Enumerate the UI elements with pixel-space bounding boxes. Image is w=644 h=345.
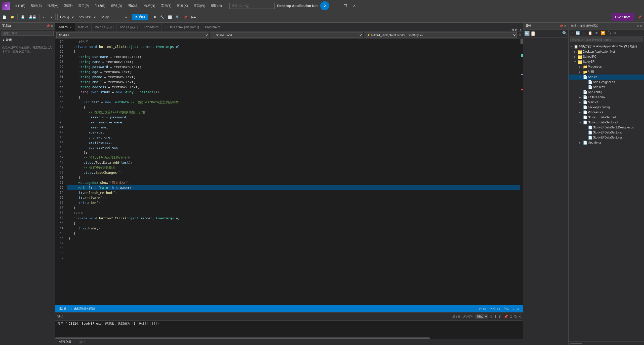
se-hscroll[interactable] — [569, 341, 644, 345]
se-filter-btn[interactable]: 🔽 — [600, 30, 606, 36]
menu-git[interactable]: Git(G) — [61, 3, 75, 9]
start-button[interactable]: ▶ 启动 — [132, 14, 148, 20]
zoom-level[interactable]: 53 % — [57, 307, 68, 311]
se-item-adddesigner[interactable]: 📄 Add.Designer.cs — [569, 80, 644, 85]
vertical-scrollbar[interactable] — [520, 39, 523, 305]
tab-scroll-left[interactable]: ◀ — [511, 27, 514, 31]
se-item-dataset1-xsd[interactable]: ▼ 📄 StudyEFDataSet1.xsd — [569, 120, 644, 125]
menu-extensions[interactable]: 扩展(X) — [174, 3, 190, 9]
se-pin-icon[interactable]: ─ — [634, 24, 636, 28]
se-item-updatecs[interactable]: ▶ 📄 Update.cs — [569, 140, 644, 145]
se-item-packagesconfig[interactable]: 📄 packages.config — [569, 105, 644, 110]
save-btn[interactable]: 💾 — [19, 15, 26, 20]
tab-program[interactable]: Program.cs — [202, 23, 224, 31]
space-label[interactable]: 空格 — [502, 307, 510, 311]
output-float[interactable]: ⧉ — [514, 314, 517, 319]
menu-file[interactable]: 文件(F) — [12, 3, 28, 9]
toolbar-pin[interactable]: 📌 — [636, 15, 643, 20]
tab-add-cs[interactable]: Add.cs ✕ — [55, 23, 75, 31]
issues-status[interactable]: ✓ 未找到相关问题 — [68, 307, 97, 311]
scrollbar-thumb[interactable] — [520, 39, 523, 44]
toolbox-search-input[interactable] — [2, 31, 54, 36]
se-props-btn[interactable]: 📋 — [587, 30, 593, 36]
class-dropdown[interactable]: ✦ StudyEF.Add — [210, 32, 363, 38]
properties-pin-icon[interactable]: 📌 — [559, 24, 563, 28]
code-content[interactable]: 1个引用 private void button1_Click(object s… — [65, 39, 520, 305]
properties-search-icon[interactable]: 🔍 — [562, 31, 567, 36]
close-button[interactable]: ✕ — [350, 1, 359, 10]
tab-close-add-cs[interactable]: ✕ — [70, 26, 72, 29]
se-close-icon[interactable]: ✕ — [640, 24, 642, 28]
toolbox-close-icon[interactable]: ✕ — [51, 24, 53, 28]
menu-view[interactable]: 视图(V) — [45, 3, 61, 9]
se-float-icon[interactable]: ⧉ — [637, 24, 639, 28]
new-project-btn[interactable]: 📄 — [1, 15, 8, 20]
output-close[interactable]: ✕ — [518, 315, 521, 319]
se-sync-btn[interactable]: ↕ — [570, 30, 574, 36]
minimize-button[interactable]: ─ — [332, 1, 341, 10]
undo-btn[interactable]: ↩ — [42, 15, 47, 20]
se-item-maincs[interactable]: ▶ 📄 Main.cs — [569, 100, 644, 105]
tab-frmadd[interactable]: FrmAdd.cs — [141, 23, 162, 31]
namespace-dropdown[interactable]: StudyEF — [56, 32, 209, 38]
properties-sort-cat[interactable]: 🔤 — [524, 31, 530, 36]
live-share-button[interactable]: Live Share — [612, 13, 634, 21]
se-item-addcs[interactable]: ▼ 📄 Add.cs — [569, 75, 644, 80]
properties-sort-alpha[interactable]: 📋 — [530, 31, 536, 36]
se-code-btn[interactable]: { } — [607, 30, 612, 36]
se-project-school[interactable]: ▶ 🗂️ SchoolPC — [569, 54, 644, 59]
menu-edit[interactable]: 编辑(E) — [28, 3, 44, 9]
toolbar-misc2[interactable]: 🔧 — [159, 15, 166, 20]
output-settings[interactable]: ⚙ — [509, 315, 513, 319]
se-item-programcs[interactable]: ▶ 📄 Program.cs — [569, 110, 644, 115]
menu-build[interactable]: 生成(B) — [92, 3, 108, 9]
output-scroll-up[interactable]: ⬆ — [490, 315, 493, 319]
se-search-input[interactable] — [570, 38, 642, 42]
se-collapse-btn[interactable]: ⊟ — [581, 30, 586, 36]
tab-dropdown-icon[interactable]: ▼ — [519, 27, 522, 31]
output-tab-output[interactable]: 输出 — [77, 339, 88, 345]
se-preview-btn[interactable]: 👁 — [594, 30, 599, 36]
se-item-dataset1-designer[interactable]: 📄 StudyEFDataSet1.Designer.cs — [569, 125, 644, 130]
se-item-dataset1-xsc[interactable]: 📄 StudyEFDataSet1.xsc — [569, 130, 644, 135]
output-source-dropdown[interactable]: 调试 — [475, 314, 488, 319]
output-hscroll[interactable] — [55, 337, 523, 339]
se-project-studyef[interactable]: ▼ 🗂️ StudyEF — [569, 59, 644, 64]
toolbox-pin-icon[interactable]: 📌 — [46, 24, 50, 28]
tab-main-cs[interactable]: Main.cs — [75, 23, 92, 31]
redo-btn[interactable]: ↪ — [48, 15, 54, 20]
se-solution-item[interactable]: ▼ 📋 解决方案'Desktop Application Net'(3个项目) — [569, 44, 644, 49]
se-item-addresx[interactable]: 📄 Add.resx — [569, 85, 644, 90]
method-dropdown[interactable]: ⚡ button1_Click(object sender, EventArgs… — [364, 32, 517, 38]
tab-scroll-right[interactable]: ▶ — [515, 27, 518, 31]
tab-main-cs-design[interactable]: Main.cs [设计] — [92, 23, 117, 31]
se-item-dataset1-xss[interactable]: 📄 StudyEFDataSet1.xss — [569, 135, 644, 140]
se-item-dataset-xsd[interactable]: 📄 StudyEFDataSet.xsd — [569, 115, 644, 120]
menu-project[interactable]: 项目(P) — [76, 3, 92, 9]
se-refresh-btn[interactable]: 🔄 — [575, 30, 581, 36]
se-settings-btn[interactable]: ⚙ — [612, 30, 618, 36]
global-search-input[interactable] — [229, 3, 275, 9]
user-avatar[interactable]: 2 — [320, 1, 329, 10]
debug-config-dropdown[interactable]: Debug — [57, 14, 75, 20]
menu-debug[interactable]: 调试(D) — [108, 3, 125, 9]
cpu-dropdown[interactable]: Any CPU — [76, 14, 97, 20]
output-tab-errors[interactable]: 错误列表 — [57, 339, 73, 345]
se-item-properties[interactable]: ▶ 📁 Properties — [569, 64, 644, 69]
toolbar-misc5[interactable]: 📌 — [182, 15, 189, 20]
editor-expand-icon[interactable]: ⊕ — [518, 33, 522, 37]
se-project-desktop[interactable]: ▶ 🗂️ Desktop Application Net — [569, 49, 644, 54]
output-pin[interactable]: 📌 — [504, 315, 508, 319]
menu-analyze[interactable]: 分析(N) — [142, 3, 158, 9]
tab-efdata[interactable]: EFData.edmx [Diagram1] — [162, 23, 202, 31]
menu-tools[interactable]: 工具(T) — [158, 3, 174, 9]
se-item-efdata[interactable]: ▶ 📄 EfData.edmx — [569, 95, 644, 100]
se-hscroll-thumb[interactable] — [570, 343, 582, 344]
menu-help[interactable]: 帮助(H) — [208, 3, 224, 9]
se-item-references[interactable]: ▶ 📁 引用 — [569, 69, 644, 75]
toolbar-misc6[interactable]: ▶▶ — [190, 15, 197, 20]
output-clear[interactable]: 🗑 — [499, 315, 502, 319]
se-item-appconfig[interactable]: 📄 App.config — [569, 90, 644, 95]
menu-test[interactable]: 测试(S) — [125, 3, 141, 9]
toolbar-misc3[interactable]: 📊 — [167, 15, 173, 20]
